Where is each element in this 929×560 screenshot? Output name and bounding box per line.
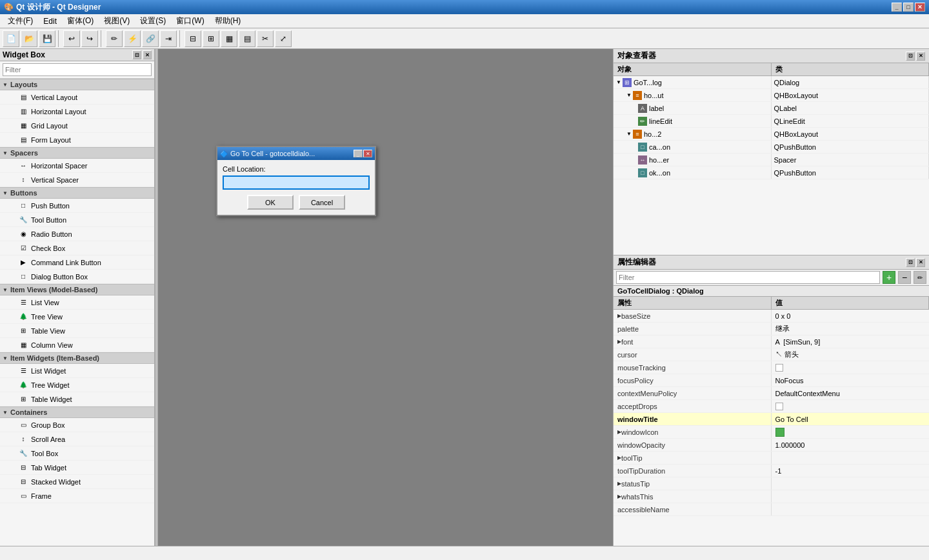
widget-tool-box[interactable]: 🔧 Tool Box	[0, 446, 154, 461]
section-spacers[interactable]: Spacers	[0, 147, 154, 159]
prop-row[interactable]: palette 继承	[614, 323, 929, 335]
mousetracking-checkbox[interactable]	[775, 364, 783, 372]
prop-row[interactable]: whatsThis	[614, 490, 929, 503]
widget-table-widget[interactable]: ⊞ Table Widget	[0, 392, 154, 406]
prop-row[interactable]: windowOpacity 1.000000	[614, 439, 929, 452]
object-inspector-float-btn[interactable]: ⊡	[906, 52, 915, 61]
dialog-ok-btn[interactable]: OK	[247, 195, 294, 210]
canvas-area[interactable]: 🔷 Go To Cell - gotocelldialo... _ ✕ Cell…	[158, 49, 613, 546]
prop-row[interactable]: statusTip	[614, 477, 929, 490]
adjust-size-button[interactable]: ⤢	[275, 30, 292, 47]
break-layout-button[interactable]: ✂	[257, 30, 274, 47]
prop-row[interactable]: windowTitle Go To Cell	[614, 413, 929, 426]
widget-tool-button[interactable]: 🔧 Tool Button	[0, 213, 154, 227]
menu-form[interactable]: 窗体(O)	[62, 14, 99, 28]
dialog-close-btn[interactable]: ✕	[363, 150, 372, 157]
widget-horizontal-spacer[interactable]: ↔ Horizontal Spacer	[0, 159, 154, 173]
object-inspector-close-btn[interactable]: ✕	[916, 52, 925, 61]
tree-row[interactable]: □ ok...on QPushButton	[614, 166, 929, 179]
prop-row[interactable]: toolTipDuration -1	[614, 465, 929, 477]
layout-v-button[interactable]: ⊞	[203, 30, 219, 47]
widget-grid-layout[interactable]: ▦ Grid Layout	[0, 119, 154, 133]
prop-value-windowtitle: Go To Cell	[772, 413, 930, 425]
property-minus-btn[interactable]: −	[898, 271, 911, 284]
widget-list-view[interactable]: ☰ List View	[0, 295, 154, 310]
prop-row[interactable]: acceptDrops	[614, 400, 929, 413]
widget-vertical-spacer[interactable]: ↕ Vertical Spacer	[0, 173, 154, 187]
widget-list-widget[interactable]: ☰ List Widget	[0, 364, 154, 378]
widget-box-close-btn[interactable]: ✕	[143, 50, 152, 59]
widget-box-float-btn[interactable]: ⊡	[132, 50, 141, 59]
prop-row[interactable]: windowIcon	[614, 426, 929, 439]
widget-check-box[interactable]: ☑ Check Box	[0, 241, 154, 255]
maximize-button[interactable]: □	[903, 3, 914, 12]
menu-window[interactable]: 窗口(W)	[171, 14, 209, 28]
signal-slot-button[interactable]: ⚡	[124, 30, 141, 47]
close-button[interactable]: ✕	[915, 3, 925, 12]
menu-edit[interactable]: Edit	[38, 15, 62, 27]
save-button[interactable]: 💾	[39, 30, 55, 47]
widget-push-button[interactable]: □ Push Button	[0, 199, 154, 213]
dialog-cancel-btn[interactable]: Cancel	[299, 195, 345, 210]
acceptdrops-checkbox[interactable]	[775, 403, 783, 410]
widget-radio-button[interactable]: ◉ Radio Button	[0, 227, 154, 241]
menu-file[interactable]: 文件(F)	[3, 14, 38, 28]
widget-table-view[interactable]: ⊞ Table View	[0, 324, 154, 338]
layout-h-button[interactable]: ⊟	[185, 30, 201, 47]
section-containers[interactable]: Containers	[0, 406, 154, 418]
widget-editor-button[interactable]: ✏	[106, 30, 123, 47]
tree-row[interactable]: A label QLabel	[614, 102, 929, 115]
widget-form-layout[interactable]: ▤ Form Layout	[0, 133, 154, 147]
widget-column-view[interactable]: ▦ Column View	[0, 338, 154, 352]
dialog-minimize-btn[interactable]: _	[354, 150, 363, 157]
widget-tab-widget[interactable]: ⊟ Tab Widget	[0, 461, 154, 475]
property-add-btn[interactable]: +	[883, 271, 895, 284]
widget-dialog-button-box[interactable]: □ Dialog Button Box	[0, 270, 154, 284]
widget-horizontal-layout[interactable]: ▥ Horizontal Layout	[0, 105, 154, 119]
prop-row[interactable]: toolTip	[614, 452, 929, 465]
prop-row[interactable]: cursor ↖ 箭头	[614, 348, 929, 361]
prop-row[interactable]: baseSize 0 x 0	[614, 310, 929, 323]
new-button[interactable]: 📄	[3, 30, 19, 47]
prop-row[interactable]: contextMenuPolicy DefaultContextMenu	[614, 387, 929, 400]
widget-frame[interactable]: ▭ Frame	[0, 489, 154, 503]
redo-button[interactable]: ↪	[81, 30, 98, 47]
prop-row[interactable]: focusPolicy NoFocus	[614, 374, 929, 387]
tree-row[interactable]: □ ca...on QPushButton	[614, 141, 929, 154]
tree-row[interactable]: ▼ ≡ ho...ut QHBoxLayout	[614, 89, 929, 102]
minimize-button[interactable]: _	[892, 3, 902, 12]
property-editor-float-btn[interactable]: ⊡	[906, 258, 915, 267]
dialog-input[interactable]	[223, 175, 370, 190]
tree-row[interactable]: ▼ ⊞ GoT...log QDialog	[614, 76, 929, 89]
prop-row[interactable]: accessibleName	[614, 503, 929, 516]
section-buttons[interactable]: Buttons	[0, 187, 154, 199]
layout-form-button[interactable]: ▤	[239, 30, 255, 47]
widget-tree-widget[interactable]: 🌲 Tree Widget	[0, 378, 154, 392]
widget-vertical-layout[interactable]: ▤ Vertical Layout	[0, 90, 154, 105]
property-editor-close-btn[interactable]: ✕	[916, 258, 925, 267]
property-edit-btn[interactable]: ✏	[914, 271, 926, 284]
open-button[interactable]: 📂	[21, 30, 37, 47]
layout-grid-button[interactable]: ▦	[221, 30, 237, 47]
tree-row[interactable]: ✏ lineEdit QLineEdit	[614, 115, 929, 128]
widget-command-link-button[interactable]: ▶ Command Link Button	[0, 255, 154, 270]
buddy-button[interactable]: 🔗	[142, 30, 159, 47]
property-filter-input[interactable]	[616, 271, 880, 284]
tab-order-button[interactable]: ⇥	[160, 30, 177, 47]
prop-row[interactable]: mouseTracking	[614, 361, 929, 374]
menu-settings[interactable]: 设置(S)	[135, 14, 171, 28]
widget-group-box[interactable]: ▭ Group Box	[0, 418, 154, 432]
widget-scroll-area[interactable]: ↕ Scroll Area	[0, 432, 154, 446]
tree-row[interactable]: ↔ ho...er Spacer	[614, 154, 929, 166]
section-item-widgets[interactable]: Item Widgets (Item-Based)	[0, 352, 154, 364]
widget-stacked-widget[interactable]: ⊟ Stacked Widget	[0, 475, 154, 489]
menu-view[interactable]: 视图(V)	[99, 14, 135, 28]
section-layouts[interactable]: Layouts	[0, 79, 154, 90]
menu-help[interactable]: 帮助(H)	[210, 14, 246, 28]
widget-tree-view[interactable]: 🌲 Tree View	[0, 310, 154, 324]
filter-input[interactable]	[3, 63, 152, 76]
section-item-views[interactable]: Item Views (Model-Based)	[0, 284, 154, 295]
prop-row[interactable]: font A [SimSun, 9]	[614, 335, 929, 348]
undo-button[interactable]: ↩	[63, 30, 80, 47]
tree-row[interactable]: ▼ ≡ ho...2 QHBoxLayout	[614, 128, 929, 141]
